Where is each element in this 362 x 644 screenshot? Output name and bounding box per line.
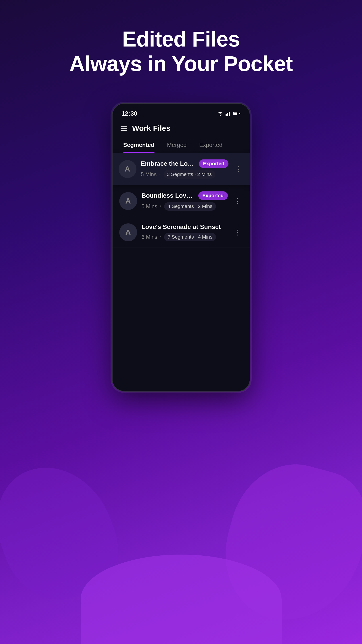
phone-bottom-area [113,248,250,382]
segments-badge-2: 4 Segments · 2 Mins [164,202,216,211]
more-menu-1[interactable]: ⋮ [233,163,244,175]
avatar-3: A [119,224,137,241]
tab-segmented[interactable]: Segmented [117,137,161,153]
file-info-3: Love's Serenade at Sunset 6 Mins • 7 Seg… [142,224,228,241]
tab-exported[interactable]: Exported [193,137,229,153]
file-item-1[interactable]: A Embrace the Love Within Exported 5 Min… [112,153,250,185]
headline-line2: Always in Your Pocket [69,52,293,76]
meta-dot-1: • [159,172,161,177]
meta-dot-3: • [160,234,161,239]
more-menu-2[interactable]: ⋮ [232,195,243,207]
headline-line1: Edited Files [122,27,240,51]
file-name-2: Boundless Love and Gra... [142,192,195,199]
file-duration-1: 5 Mins [141,171,157,178]
avatar-1: A [119,160,137,178]
app-header: Work Files [113,120,250,137]
app-title: Work Files [132,124,171,132]
tab-merged[interactable]: Merged [161,137,193,153]
status-icons [217,111,241,116]
bg-decoration-bottom [81,554,282,644]
svg-rect-5 [234,112,237,115]
file-name-row-2: Boundless Love and Gra... Exported [142,192,228,200]
file-duration-2: 5 Mins [142,203,158,210]
svg-rect-1 [225,114,227,116]
headline-section: Edited Files Always in Your Pocket [69,27,293,76]
wifi-icon [217,111,223,116]
svg-rect-6 [239,113,240,114]
tab-bar: Segmented Merged Exported [113,137,250,153]
file-meta-1: 5 Mins • 3 Segments · 2 Mins [141,170,228,179]
file-name-3: Love's Serenade at Sunset [142,224,221,230]
exported-badge-1: Exported [199,160,228,168]
file-info-2: Boundless Love and Gra... Exported 5 Min… [142,192,228,211]
segments-badge-1: 3 Segments · 2 Mins [164,170,215,179]
svg-point-0 [220,115,221,116]
file-list: A Embrace the Love Within Exported 5 Min… [113,153,250,248]
phone-frame: 12:30 [112,103,250,392]
svg-rect-2 [227,113,228,116]
exported-badge-2: Exported [198,192,228,200]
segments-badge-3: 7 Segments · 4 Mins [164,233,216,241]
file-name-row-1: Embrace the Love Within Exported [141,160,228,168]
file-meta-3: 6 Mins • 7 Segments · 4 Mins [142,233,228,241]
file-item-2[interactable]: A Boundless Love and Gra... Exported 5 M… [113,185,250,217]
svg-rect-3 [229,112,230,116]
file-duration-3: 6 Mins [142,234,158,240]
file-info-1: Embrace the Love Within Exported 5 Mins … [141,160,228,179]
file-meta-2: 5 Mins • 4 Segments · 2 Mins [142,202,228,211]
signal-icon [225,111,231,116]
meta-dot-2: • [160,204,161,209]
status-bar: 12:30 [113,104,250,120]
file-name-1: Embrace the Love Within [141,160,196,167]
status-time: 12:30 [122,110,138,117]
avatar-2: A [119,192,137,210]
more-menu-3[interactable]: ⋮ [232,226,243,238]
battery-icon [233,112,241,116]
phone-mockup: 12:30 [112,103,250,392]
menu-icon[interactable] [121,126,127,130]
file-item-3[interactable]: A Love's Serenade at Sunset 6 Mins • 7 S… [113,217,250,248]
file-name-row-3: Love's Serenade at Sunset [142,224,228,230]
